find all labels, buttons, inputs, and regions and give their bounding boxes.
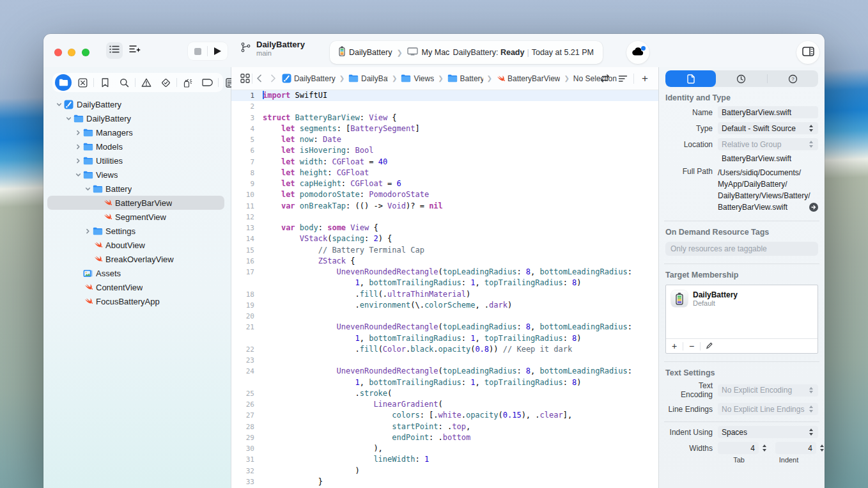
tree-item-battery[interactable]: Battery (47, 182, 224, 196)
code-line-6[interactable]: 6 let isHovering: Bool (231, 145, 658, 156)
line-number-gutter[interactable]: 12 (231, 212, 258, 223)
edit-target-button[interactable] (701, 340, 717, 352)
tree-item-batterybarview[interactable]: BatteryBarView (47, 196, 224, 210)
line-number-gutter[interactable]: 11 (231, 201, 258, 212)
tree-item-assets[interactable]: Assets (47, 266, 224, 280)
tests-icon[interactable] (157, 74, 174, 91)
code-line-10[interactable]: 10 let pomodoroState: PomodoroState (231, 189, 658, 200)
tree-item-contentview[interactable]: ContentView (47, 280, 224, 294)
tab-file-inspector[interactable] (665, 70, 716, 87)
code-line-2[interactable]: 2 (231, 101, 658, 112)
code-line-3[interactable]: 3struct BatteryBarView: View { (231, 113, 658, 123)
code-line-32[interactable]: 32 ) (231, 466, 658, 476)
find-icon[interactable] (115, 74, 133, 91)
line-endings-dropdown[interactable]: No Explicit Line Endings (718, 403, 818, 415)
tree-item-dailybattery[interactable]: DailyBattery (47, 97, 224, 111)
run-destination[interactable]: My Mac (422, 48, 450, 57)
line-number-gutter[interactable]: 33 (231, 476, 258, 487)
add-editor-button[interactable]: + (638, 72, 652, 86)
tab-width-stepper[interactable]: 4 (718, 442, 768, 454)
add-target-button[interactable]: + (666, 340, 683, 352)
code-line-21[interactable]: 21 UnevenRoundedRectangle(topLeadingRadi… (231, 322, 658, 333)
code-line-13[interactable]: 13 var body: some View { (231, 223, 658, 233)
line-number-gutter[interactable]: 24 (231, 366, 258, 377)
breadcrumb-item-views[interactable]: Views (401, 74, 434, 83)
line-number-gutter[interactable] (231, 333, 258, 344)
tree-item-views[interactable]: Views (47, 168, 224, 182)
tab-history-inspector[interactable] (716, 70, 766, 87)
code-line-16[interactable]: 16 ZStack { (231, 256, 658, 267)
line-number-gutter[interactable]: 25 (231, 388, 258, 399)
line-number-gutter[interactable]: 10 (231, 189, 258, 200)
code-line-wrap[interactable]: 1, bottomTrailingRadius: 1, topTrailingR… (231, 278, 658, 288)
code-line-wrap[interactable]: 1, bottomTrailingRadius: 1, topTrailingR… (231, 333, 658, 344)
inspector-toggle-button[interactable] (796, 41, 819, 64)
code-line-25[interactable]: 25 .stroke( (231, 388, 658, 399)
go-forward-button[interactable] (267, 72, 281, 86)
breadcrumb-item-battery[interactable]: Battery (447, 74, 483, 83)
tree-item-settings[interactable]: Settings (47, 224, 224, 238)
line-number-gutter[interactable]: 17 (231, 267, 258, 278)
code-line-30[interactable]: 30 ), (231, 443, 658, 454)
code-line-4[interactable]: 4 let segments: [BatterySegment] (231, 123, 658, 134)
breadcrumb-item-batterybarview[interactable]: BatteryBarView (496, 74, 560, 83)
line-number-gutter[interactable] (231, 377, 258, 388)
code-line-17[interactable]: 17 UnevenRoundedRectangle(topLeadingRadi… (231, 267, 658, 278)
code-line-27[interactable]: 27 colors: [.white.opacity(0.15), .clear… (231, 410, 658, 421)
project-navigator-icon[interactable] (55, 74, 72, 91)
code-line-26[interactable]: 26 LinearGradient( (231, 399, 658, 410)
code-line-1[interactable]: 1import SwiftUI (231, 90, 658, 101)
line-number-gutter[interactable]: 32 (231, 466, 258, 476)
line-number-gutter[interactable]: 7 (231, 157, 258, 168)
line-number-gutter[interactable]: 8 (231, 168, 258, 178)
line-number-gutter[interactable]: 15 (231, 245, 258, 256)
code-line-22[interactable]: 22 .fill(Color.black.opacity(0.8)) // Ke… (231, 344, 658, 355)
tree-item-breakoverlayview[interactable]: BreakOverlayView (47, 252, 224, 266)
chevron-down-icon[interactable] (65, 116, 73, 122)
code-line-14[interactable]: 14 VStack(spacing: 2) { (231, 233, 658, 244)
code-line-11[interactable]: 11 var onBreakTap: (() -> Void)? = nil (231, 201, 658, 212)
line-number-gutter[interactable]: 31 (231, 454, 258, 465)
tree-item-aboutview[interactable]: AboutView (47, 238, 224, 252)
cloud-sync-button[interactable] (626, 41, 649, 64)
line-number-gutter[interactable]: 30 (231, 443, 258, 454)
chevron-down-icon[interactable] (74, 172, 82, 178)
line-number-gutter[interactable]: 13 (231, 223, 258, 233)
ai-assist-button[interactable] (127, 42, 143, 59)
code-line-19[interactable]: 19 .environment(\.colorScheme, .dark) (231, 300, 658, 311)
line-number-gutter[interactable]: 4 (231, 123, 258, 134)
line-number-gutter[interactable]: 22 (231, 344, 258, 355)
code-line-5[interactable]: 5 let now: Date (231, 134, 658, 145)
scheme-name[interactable]: DailyBattery (349, 48, 392, 57)
tree-item-utilities[interactable]: Utilities (47, 153, 224, 168)
line-number-gutter[interactable]: 3 (231, 113, 258, 123)
minimize-window-button[interactable] (68, 49, 75, 56)
indent-width-stepper[interactable]: 4 (775, 442, 825, 454)
name-field[interactable]: BatteryBarView.swift (718, 106, 818, 118)
indent-using-dropdown[interactable]: Spaces (718, 426, 818, 438)
code-line-33[interactable]: 33 } (231, 476, 658, 487)
code-line-12[interactable]: 12 (231, 212, 658, 223)
line-number-gutter[interactable] (231, 278, 258, 288)
debug-icon[interactable] (179, 74, 197, 91)
code-line-7[interactable]: 7 let width: CGFloat = 40 (231, 157, 658, 168)
location-dropdown[interactable]: Relative to Group (718, 138, 818, 150)
line-number-gutter[interactable]: 1 (231, 90, 258, 101)
chevron-right-icon[interactable] (84, 228, 92, 234)
code-line-15[interactable]: 15 // Battery Terminal Cap (231, 245, 658, 256)
chevron-down-icon[interactable] (84, 186, 92, 192)
code-line-23[interactable]: 23 (231, 355, 658, 366)
chevron-right-icon[interactable] (74, 144, 82, 150)
bookmarks-icon[interactable] (96, 74, 114, 91)
line-number-gutter[interactable]: 18 (231, 289, 258, 300)
code-line-24[interactable]: 24 UnevenRoundedRectangle(topLeadingRadi… (231, 366, 658, 377)
line-number-gutter[interactable]: 14 (231, 233, 258, 244)
stepper-chevrons-icon[interactable] (819, 445, 825, 452)
type-dropdown[interactable]: Default - Swift Source (718, 122, 818, 134)
line-number-gutter[interactable]: 19 (231, 300, 258, 311)
line-number-gutter[interactable]: 26 (231, 399, 258, 410)
breadcrumb-item-dailybattery[interactable]: DailyBattery (348, 74, 388, 83)
issues-icon[interactable] (137, 74, 155, 91)
chevron-right-icon[interactable] (74, 158, 82, 164)
code-line-wrap[interactable]: 1, bottomTrailingRadius: 1, topTrailingR… (231, 377, 658, 388)
